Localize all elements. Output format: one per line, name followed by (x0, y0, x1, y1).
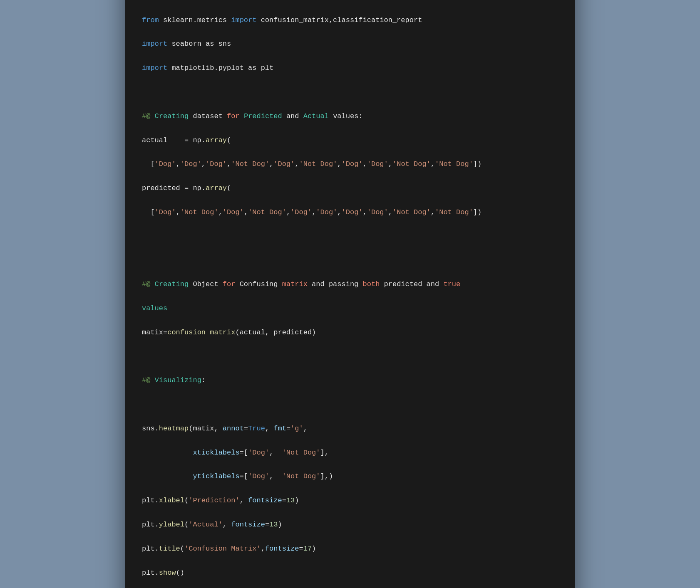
line-11: #@ Creating Object for Confusing matrix … (142, 279, 558, 291)
line-19: plt.ylabel('Actual', fontsize=13) (142, 519, 558, 531)
code-editor[interactable]: #@ Importing all libraries and dependenc… (125, 0, 575, 588)
line-20: plt.title('Confusion Matrix',fontsize=17… (142, 543, 558, 555)
line-10: ['Dog','Not Dog','Dog','Not Dog','Dog','… (142, 207, 558, 219)
line-7: actual = np.array( (142, 135, 558, 147)
line-4: import seaborn as sns (142, 38, 558, 50)
blank-1 (142, 86, 558, 99)
blank-3 (142, 254, 558, 267)
line-14: #@ Visualizing: (142, 375, 558, 387)
line-18: plt.xlabel('Prediction', fontsize=13) (142, 495, 558, 507)
line-8: ['Dog','Dog','Dog','Not Dog','Dog','Not … (142, 158, 558, 170)
line-2: import numpy as np (142, 0, 558, 2)
line-16: xticklabels=['Dog', 'Not Dog'], (142, 447, 558, 459)
line-6: #@ Creating dataset for Predicted and Ac… (142, 111, 558, 123)
line-17: yticklabels=['Dog', 'Not Dog'],) (142, 471, 558, 483)
line-15: sns.heatmap(matix, annot=True, fmt='g', (142, 423, 558, 435)
blank-2 (142, 231, 558, 243)
line-13: matix=confusion_matrix(actual, predicted… (142, 327, 558, 339)
blank-4 (142, 351, 558, 363)
line-3: from sklearn.metrics import confusion_ma… (142, 15, 558, 27)
line-9: predicted = np.array( (142, 183, 558, 195)
line-21: plt.show() (142, 567, 558, 579)
line-5: import matplotlib.pyplot as plt (142, 62, 558, 74)
blank-5 (142, 399, 558, 411)
line-12: values (142, 303, 558, 315)
code-window: #@ Importing all libraries and dependenc… (125, 0, 575, 588)
